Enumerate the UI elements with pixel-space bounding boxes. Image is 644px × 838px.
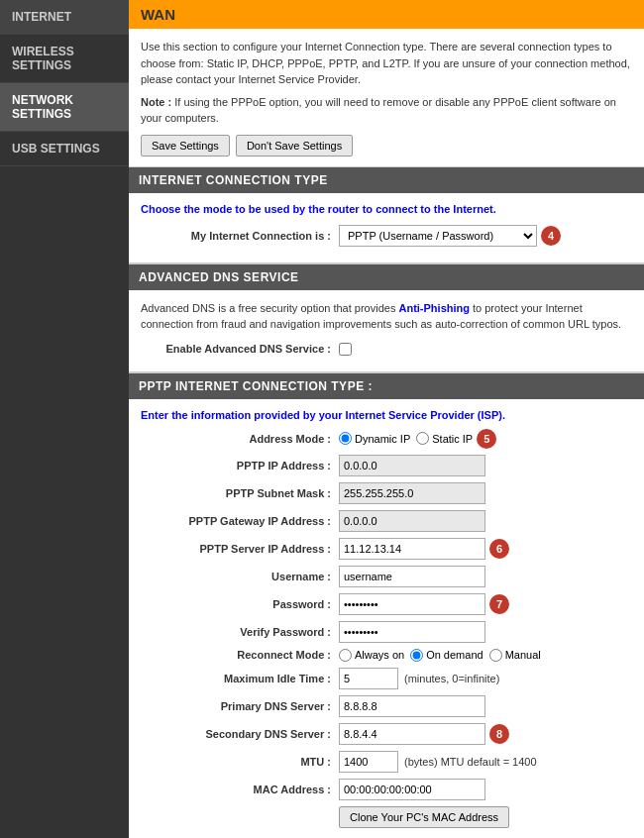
enable-dns-checkbox[interactable]: [339, 343, 352, 356]
dns-header: ADVANCED DNS SERVICE: [129, 264, 644, 290]
always-on-option[interactable]: Always on: [339, 649, 404, 662]
password-badge: 7: [489, 594, 509, 614]
connection-type-label: My Internet Connection is :: [141, 230, 339, 242]
sidebar-item-usb[interactable]: USB SETTINGS: [0, 132, 129, 166]
pptp-gateway-row: PPTP Gateway IP Address :: [141, 510, 632, 532]
always-on-radio[interactable]: [339, 649, 352, 662]
primary-dns-label: Primary DNS Server :: [141, 700, 339, 712]
pptp-server-row: PPTP Server IP Address : 6: [141, 538, 632, 560]
enable-dns-row: Enable Advanced DNS Service :: [141, 343, 632, 356]
pptp-ip-row: PPTP IP Address :: [141, 455, 632, 476]
idle-time-label: Maximum Idle Time :: [141, 673, 339, 684]
sidebar-item-network[interactable]: NETWORK SETTINGS: [0, 83, 129, 132]
sidebar-item-wireless[interactable]: WIRELESS SETTINGS: [0, 35, 129, 83]
pptp-ip-label: PPTP IP Address :: [141, 460, 339, 471]
mtu-label: MTU :: [141, 756, 339, 768]
pptp-ip-input[interactable]: [339, 455, 485, 476]
idle-time-hint: (minutes, 0=infinite): [404, 673, 499, 684]
mac-input[interactable]: [339, 779, 485, 800]
address-mode-label: Address Mode :: [141, 433, 339, 445]
ict-badge: 4: [541, 226, 561, 246]
secondary-dns-badge: 8: [489, 724, 509, 744]
reconnect-mode-radios: Always on On demand Manual: [339, 649, 541, 662]
pptp-server-badge: 6: [489, 539, 509, 559]
static-ip-option[interactable]: Static IP: [416, 432, 473, 445]
static-ip-radio[interactable]: [416, 432, 429, 445]
idle-time-input[interactable]: [339, 668, 398, 689]
dns-body: Advanced DNS is a free security option t…: [129, 290, 644, 373]
mtu-row: MTU : (bytes) MTU default = 1400: [141, 751, 632, 773]
reconnect-mode-label: Reconnect Mode :: [141, 649, 339, 661]
wan-header: WAN: [129, 0, 644, 29]
advanced-dns-section: ADVANCED DNS SERVICE Advanced DNS is a f…: [129, 264, 644, 373]
clone-mac-button[interactable]: Clone Your PC's MAC Address: [339, 806, 509, 828]
verify-password-row: Verify Password :: [141, 621, 632, 643]
pptp-subnet-row: PPTP Subnet Mask :: [141, 482, 632, 504]
secondary-dns-label: Secondary DNS Server :: [141, 728, 339, 740]
internet-connection-section: INTERNET CONNECTION TYPE Choose the mode…: [129, 167, 644, 264]
main-content: WAN Use this section to configure your I…: [129, 0, 644, 838]
ict-header: INTERNET CONNECTION TYPE: [129, 167, 644, 193]
verify-password-input[interactable]: [339, 621, 485, 643]
address-mode-radios: Dynamic IP Static IP: [339, 432, 473, 445]
ict-body: Choose the mode to be used by the router…: [129, 193, 644, 264]
wan-note: Note : If using the PPPoE option, you wi…: [141, 94, 632, 127]
wan-description: Use this section to configure your Inter…: [141, 39, 632, 88]
username-row: Username :: [141, 566, 632, 587]
connection-type-select[interactable]: Static IP DHCP PPPoE PPTP (Username / Pa…: [339, 225, 537, 247]
mtu-input[interactable]: [339, 751, 398, 773]
manual-option[interactable]: Manual: [489, 649, 541, 662]
password-row: Password : 7: [141, 593, 632, 615]
enable-dns-label: Enable Advanced DNS Service :: [141, 343, 339, 355]
primary-dns-row: Primary DNS Server :: [141, 695, 632, 717]
pptp-server-input[interactable]: [339, 538, 485, 560]
manual-radio[interactable]: [489, 649, 502, 662]
mac-row: MAC Address :: [141, 779, 632, 800]
mac-label: MAC Address :: [141, 784, 339, 795]
pptp-intro: Enter the information provided by your I…: [141, 409, 632, 421]
on-demand-option[interactable]: On demand: [410, 649, 483, 662]
password-label: Password :: [141, 598, 339, 610]
address-mode-badge: 5: [477, 429, 496, 449]
secondary-dns-input[interactable]: [339, 723, 485, 745]
sidebar: INTERNET WIRELESS SETTINGS NETWORK SETTI…: [0, 0, 129, 838]
connection-type-row: My Internet Connection is : Static IP DH…: [141, 225, 632, 247]
mtu-hint: (bytes) MTU default = 1400: [404, 756, 537, 768]
username-input[interactable]: [339, 566, 485, 587]
verify-password-label: Verify Password :: [141, 626, 339, 638]
address-mode-row: Address Mode : Dynamic IP Static IP 5: [141, 429, 632, 449]
secondary-dns-row: Secondary DNS Server : 8: [141, 723, 632, 745]
pptp-server-label: PPTP Server IP Address :: [141, 543, 339, 555]
clone-mac-row: Clone Your PC's MAC Address: [141, 806, 632, 828]
on-demand-radio[interactable]: [410, 649, 423, 662]
pptp-gateway-input[interactable]: [339, 510, 485, 532]
pptp-section: PPTP INTERNET CONNECTION TYPE : Enter th…: [129, 373, 644, 839]
primary-dns-input[interactable]: [339, 695, 485, 717]
pptp-body: Enter the information provided by your I…: [129, 399, 644, 839]
sidebar-item-internet[interactable]: INTERNET: [0, 0, 129, 35]
dns-intro: Advanced DNS is a free security option t…: [141, 300, 632, 333]
dynamic-ip-radio[interactable]: [339, 432, 352, 445]
idle-time-row: Maximum Idle Time : (minutes, 0=infinite…: [141, 668, 632, 689]
pptp-subnet-label: PPTP Subnet Mask :: [141, 487, 339, 499]
pptp-gateway-label: PPTP Gateway IP Address :: [141, 515, 339, 527]
wan-info: Use this section to configure your Inter…: [129, 29, 644, 167]
dont-save-settings-button[interactable]: Don't Save Settings: [236, 135, 353, 157]
save-settings-button[interactable]: Save Settings: [141, 135, 230, 157]
dynamic-ip-option[interactable]: Dynamic IP: [339, 432, 410, 445]
ict-intro: Choose the mode to be used by the router…: [141, 203, 632, 215]
password-input[interactable]: [339, 593, 485, 615]
pptp-header: PPTP INTERNET CONNECTION TYPE :: [129, 373, 644, 399]
reconnect-mode-row: Reconnect Mode : Always on On demand Man…: [141, 649, 632, 662]
pptp-subnet-input[interactable]: [339, 482, 485, 504]
dns-highlight: Anti-Phishing: [398, 302, 470, 314]
username-label: Username :: [141, 571, 339, 582]
